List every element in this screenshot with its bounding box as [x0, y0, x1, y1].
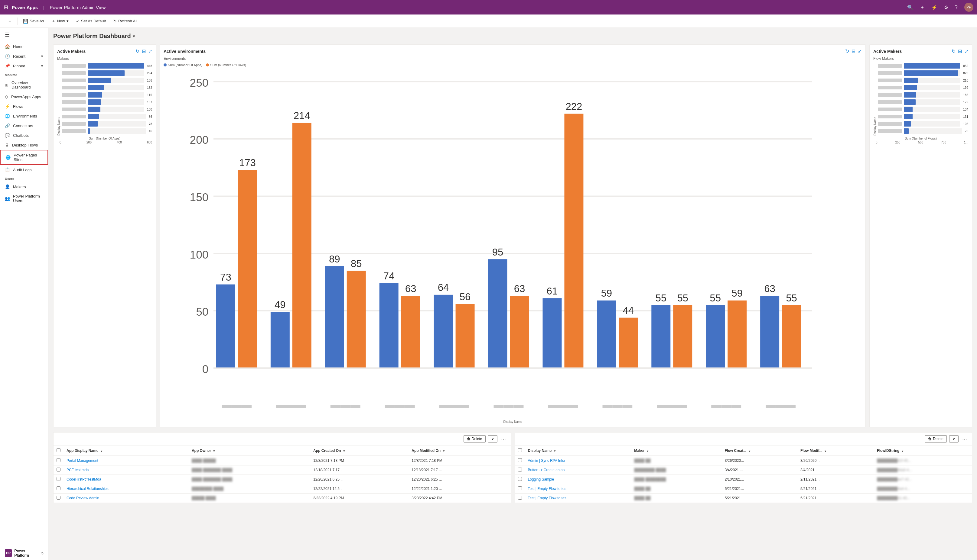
apps-row-name[interactable]: PCF test mda — [64, 465, 189, 475]
chart2-export-icon[interactable]: ⊟ — [852, 48, 855, 54]
avatar[interactable]: PP — [964, 3, 974, 12]
chart1-expand-icon[interactable]: ⤢ — [148, 48, 152, 54]
apps-th-owner[interactable]: App Owner ∨ — [189, 446, 310, 456]
flows-row-name[interactable]: Test | Empty Flow to tes — [525, 484, 631, 493]
chart1-export-icon[interactable]: ⊟ — [142, 48, 146, 54]
apps-th-created[interactable]: App Created On ∨ — [310, 446, 408, 456]
sidebar-item-home[interactable]: 🏠 Home — [0, 42, 48, 52]
chart3-bar-value: 199 — [963, 86, 968, 89]
chart3-bar-value: 210 — [963, 79, 968, 82]
flows-row-name[interactable]: Admin | Sync RPA Infor — [525, 456, 631, 465]
flows-row-check[interactable] — [515, 475, 525, 484]
apps-row-name[interactable]: CodeFirstPcfTestMda — [64, 475, 189, 484]
apps-row-name[interactable]: Portal Management — [64, 456, 189, 465]
flows-row-check[interactable] — [515, 456, 525, 465]
chart3-bar-container — [904, 78, 960, 83]
apps-th-name[interactable]: App Display Name ∨ — [64, 446, 189, 456]
chart1-refresh-icon[interactable]: ↻ — [136, 48, 139, 54]
save-as-button[interactable]: 💾 Save As — [20, 17, 47, 25]
back-button[interactable]: ← — [5, 17, 15, 25]
sidebar-item-environments[interactable]: 🌐 Environments — [0, 111, 48, 121]
flows-th-maker[interactable]: Maker ∨ — [631, 446, 722, 456]
chart3-expand-icon[interactable]: ⤢ — [964, 48, 968, 54]
flows-row-name[interactable]: Test | Empty Flow to tes — [525, 493, 631, 503]
set-default-button[interactable]: ✓ Set As Default — [73, 17, 109, 25]
flows-th-check[interactable] — [515, 446, 525, 456]
chart3-refresh-icon[interactable]: ↻ — [952, 48, 955, 54]
apps-select-all[interactable] — [57, 448, 60, 452]
flows-delete-button[interactable]: 🗑 Delete — [925, 435, 947, 443]
filter-icon[interactable]: ⚡ — [931, 5, 937, 10]
apps-table-header-row: App Display Name ∨ App Owner ∨ App Creat… — [54, 446, 511, 456]
help-icon[interactable]: ? — [955, 5, 958, 10]
flows-th-created[interactable]: Flow Creat... ∨ — [722, 446, 797, 456]
chart3-bar-container — [904, 128, 962, 134]
waffle-icon[interactable]: ⊞ — [3, 4, 8, 10]
chart2-title: Active Environments — [164, 49, 206, 54]
sidebar-item-audit-logs[interactable]: 📋 Audit Logs — [0, 165, 48, 175]
flows-modified-sort-icon: ∨ — [824, 449, 826, 452]
sidebar-item-desktop-flows[interactable]: 🖥 Desktop Flows — [0, 140, 48, 150]
new-chevron-icon: ▾ — [67, 19, 69, 23]
apps-row-check[interactable] — [54, 484, 64, 493]
sidebar-item-pinned[interactable]: 📌 Pinned ∨ — [0, 61, 48, 71]
apps-owner-sort-icon: ∨ — [213, 449, 215, 452]
flows-th-name[interactable]: Display Name ∨ — [525, 446, 631, 456]
apps-chevron-button[interactable]: ∨ — [488, 435, 497, 443]
apps-row-check[interactable] — [54, 475, 64, 484]
sidebar-item-chatbots[interactable]: 💬 Chatbots — [0, 130, 48, 140]
chart3-bar-value: 186 — [963, 93, 968, 97]
sidebar-item-power-platform-users[interactable]: 👥 Power Platform Users — [0, 192, 48, 205]
add-icon[interactable]: ＋ — [920, 4, 925, 10]
sidebar-item-overview[interactable]: ⊞ Overview Dashboard — [0, 78, 48, 92]
flows-row-name[interactable]: Logging Sample — [525, 475, 631, 484]
sidebar-environments-label: Environments — [13, 114, 37, 118]
flows-chevron-button[interactable]: ∨ — [949, 435, 959, 443]
new-button[interactable]: ＋ New ▾ — [49, 17, 72, 26]
flows-select-all[interactable] — [518, 448, 522, 452]
flows-row-modified: 5/21/2021... — [797, 484, 874, 493]
flows-th-id[interactable]: FlowIDString ∨ — [874, 446, 972, 456]
sidebar-bottom[interactable]: PP Power Platform ◇ — [0, 546, 48, 560]
chart1-x-ticks: 0200400600 — [57, 141, 152, 144]
flows-row-name[interactable]: Button -> Create an ap — [525, 465, 631, 475]
apps-more-icon[interactable]: ⋯ — [500, 435, 507, 443]
apps-th-check[interactable] — [54, 446, 64, 456]
svg-rect-59 — [728, 300, 746, 368]
svg-text:▬▬▬: ▬▬▬ — [331, 399, 360, 410]
flows-row-check[interactable] — [515, 465, 525, 475]
sidebar-item-makers[interactable]: 👤 Makers — [0, 182, 48, 192]
sidebar-item-power-pages[interactable]: 🌐 Power Pages Sites — [0, 150, 48, 165]
sidebar-item-powerapps[interactable]: ◇ PowerApps Apps — [0, 92, 48, 102]
svg-text:▬▬▬: ▬▬▬ — [439, 399, 469, 410]
search-icon[interactable]: 🔍 — [907, 5, 913, 10]
chart2-refresh-icon[interactable]: ↻ — [845, 48, 849, 54]
apps-row-check[interactable] — [54, 465, 64, 475]
chart3-export-icon[interactable]: ⊟ — [958, 48, 962, 54]
flows-th-modified[interactable]: Flow Modif... ∨ — [797, 446, 874, 456]
apps-row-name[interactable]: Code Review Admin — [64, 493, 189, 503]
dashboard-chevron-icon[interactable]: ▾ — [133, 34, 135, 39]
sidebar-item-recent[interactable]: 🕐 Recent ∨ — [0, 52, 48, 61]
apps-th-modified[interactable]: App Modified On ∨ — [408, 446, 510, 456]
chart1-bar-container — [88, 114, 146, 119]
new-icon: ＋ — [52, 18, 56, 24]
apps-row-check[interactable] — [54, 456, 64, 465]
apps-delete-button[interactable]: 🗑 Delete — [463, 435, 486, 443]
sidebar-desktop-flows-label: Desktop Flows — [12, 143, 38, 147]
recent-chevron-icon: ∨ — [41, 54, 43, 58]
flows-row-check[interactable] — [515, 484, 525, 493]
hamburger-icon[interactable]: ☰ — [0, 28, 48, 42]
users-section-label: Users — [0, 175, 48, 182]
chart3-bar-label: ██████ — [878, 108, 902, 111]
chart1-bar-value: 107 — [147, 101, 152, 104]
chart2-expand-icon[interactable]: ⤢ — [858, 48, 862, 54]
flows-row-check[interactable] — [515, 493, 525, 503]
refresh-button[interactable]: ↻ Refresh All — [110, 17, 140, 25]
settings-icon[interactable]: ⚙ — [944, 5, 948, 10]
apps-row-name[interactable]: Hierarchical Relationships — [64, 484, 189, 493]
apps-row-check[interactable] — [54, 493, 64, 503]
sidebar-item-flows[interactable]: ⚡ Flows — [0, 102, 48, 111]
flows-more-icon[interactable]: ⋯ — [961, 435, 968, 443]
sidebar-item-connectors[interactable]: 🔗 Connectors — [0, 121, 48, 130]
